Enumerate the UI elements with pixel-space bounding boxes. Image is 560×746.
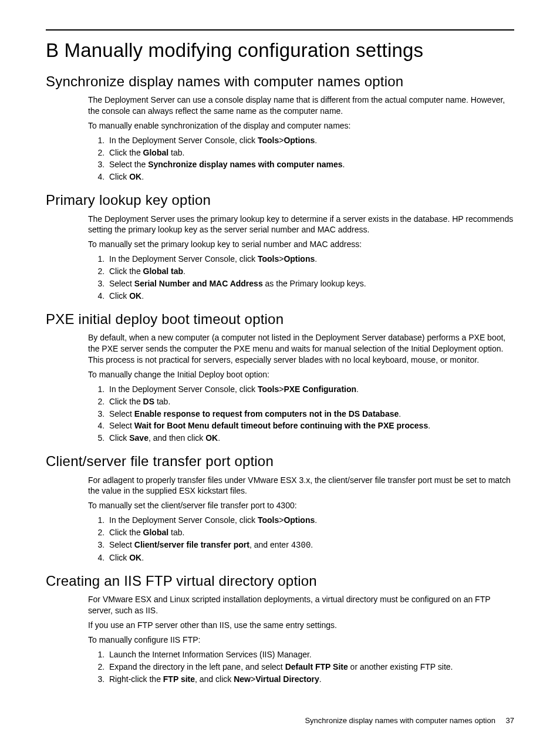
paragraph: For adlagent to properly transfer files … bbox=[88, 475, 514, 497]
paragraph: By default, when a new computer (a compu… bbox=[88, 332, 514, 366]
page-footer: Synchronize display names with computer … bbox=[305, 715, 514, 726]
paragraph: The Deployment Server uses the primary l… bbox=[88, 214, 514, 236]
ordered-list: In the Deployment Server Console, click … bbox=[88, 254, 514, 302]
page-title: B Manually modifying configuration setti… bbox=[46, 38, 514, 64]
list-item: Click OK. bbox=[107, 552, 514, 563]
list-item: Select Enable response to request from c… bbox=[107, 409, 514, 420]
list-item: Right-click the FTP site, and click New>… bbox=[107, 674, 514, 685]
list-item: Select Client/server file transfer port,… bbox=[107, 539, 514, 551]
list-item: Select Serial Number and MAC Address as … bbox=[107, 278, 514, 289]
paragraph: If you use an FTP server other than IIS,… bbox=[88, 620, 514, 631]
section-heading-iis: Creating an IIS FTP virtual directory op… bbox=[46, 572, 514, 590]
section-body-iis: For VMware ESX and Linux scripted instal… bbox=[88, 594, 514, 684]
ordered-list: In the Deployment Server Console, click … bbox=[88, 135, 514, 183]
list-item: Select the Synchronize display names wit… bbox=[107, 159, 514, 170]
list-item: In the Deployment Server Console, click … bbox=[107, 135, 514, 146]
page-number: 37 bbox=[506, 716, 514, 725]
list-item: Click the DS tab. bbox=[107, 396, 514, 407]
ordered-list: In the Deployment Server Console, click … bbox=[88, 384, 514, 444]
list-item: Click the Global tab. bbox=[107, 527, 514, 538]
document-page: B Manually modifying configuration setti… bbox=[0, 0, 560, 746]
horizontal-rule bbox=[46, 29, 514, 31]
ordered-list: Launch the Internet Information Services… bbox=[88, 649, 514, 685]
footer-text: Synchronize display names with computer … bbox=[305, 716, 495, 725]
paragraph: To manually set the client/server file t… bbox=[88, 500, 514, 511]
paragraph: To manually change the Initial Deploy bo… bbox=[88, 369, 514, 380]
list-item: Click the Global tab. bbox=[107, 147, 514, 158]
paragraph: To manually configure IIS FTP: bbox=[88, 634, 514, 646]
list-item: In the Deployment Server Console, click … bbox=[107, 254, 514, 265]
list-item: Click OK. bbox=[107, 171, 514, 183]
section-body-primary: The Deployment Server uses the primary l… bbox=[88, 214, 514, 302]
section-body-sync: The Deployment Server can use a console … bbox=[88, 94, 514, 183]
section-heading-primary: Primary lookup key option bbox=[46, 191, 514, 210]
section-heading-sync: Synchronize display names with computer … bbox=[46, 72, 514, 91]
section-body-port: For adlagent to properly transfer files … bbox=[88, 475, 514, 563]
paragraph: To manually enable synchronization of th… bbox=[88, 120, 514, 131]
paragraph: To manually set the primary lookup key t… bbox=[88, 239, 514, 250]
list-item: Expand the directory in the left pane, a… bbox=[107, 661, 514, 673]
section-body-pxe: By default, when a new computer (a compu… bbox=[88, 332, 514, 444]
list-item: Click Save, and then click OK. bbox=[107, 433, 514, 444]
list-item: Click OK. bbox=[107, 291, 514, 302]
list-item: In the Deployment Server Console, click … bbox=[107, 515, 514, 526]
list-item: Select Wait for Boot Menu default timeou… bbox=[107, 420, 514, 431]
list-item: Launch the Internet Information Services… bbox=[107, 649, 514, 660]
list-item: Click the Global tab. bbox=[107, 266, 514, 277]
ordered-list: In the Deployment Server Console, click … bbox=[88, 515, 514, 563]
list-item: In the Deployment Server Console, click … bbox=[107, 384, 514, 395]
section-heading-pxe: PXE initial deploy boot timeout option bbox=[46, 310, 514, 329]
paragraph: For VMware ESX and Linux scripted instal… bbox=[88, 594, 514, 616]
paragraph: The Deployment Server can use a console … bbox=[88, 94, 514, 117]
section-heading-port: Client/server file transfer port option bbox=[46, 452, 514, 471]
